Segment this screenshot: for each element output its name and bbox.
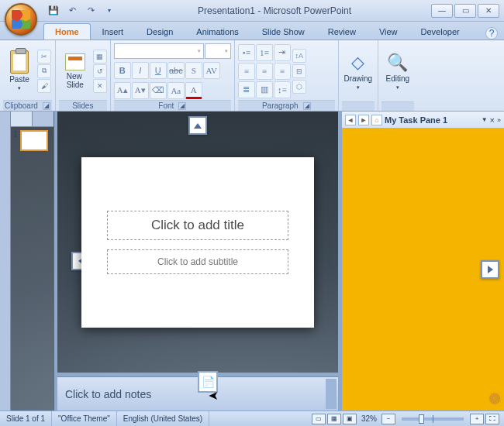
taskpane-menu-icon[interactable]: ▼ bbox=[482, 116, 488, 123]
notes-scrollbar[interactable] bbox=[326, 379, 337, 409]
tab-slideshow[interactable]: Slide Show bbox=[250, 23, 316, 40]
group-clipboard-label: Clipboard bbox=[5, 101, 38, 110]
thumb-number: 1 bbox=[13, 130, 18, 139]
tab-design[interactable]: Design bbox=[135, 23, 185, 40]
clear-format-button[interactable]: ⌫ bbox=[150, 82, 167, 99]
minimize-button[interactable]: ― bbox=[431, 4, 453, 18]
normal-view-button[interactable]: ▭ bbox=[312, 414, 326, 424]
char-spacing-button[interactable]: AV bbox=[203, 62, 220, 79]
status-theme[interactable]: "Office Theme" bbox=[52, 411, 117, 426]
drawing-button[interactable]: ◇ Drawing ▾ bbox=[342, 46, 375, 98]
layout-icon[interactable]: ▦ bbox=[93, 50, 107, 64]
slideshow-view-button[interactable]: ▣ bbox=[343, 414, 357, 424]
grow-font-button[interactable]: A▴ bbox=[114, 82, 131, 99]
taskpane-back-button[interactable]: ◄ bbox=[345, 115, 356, 125]
subtitle-placeholder[interactable]: Click to add subtitle bbox=[107, 249, 288, 274]
editing-button[interactable]: 🔍 Editing ▾ bbox=[381, 46, 414, 98]
strikethrough-button[interactable]: abc bbox=[167, 62, 185, 79]
zoom-out-button[interactable]: − bbox=[381, 414, 395, 424]
italic-button[interactable]: I bbox=[132, 62, 149, 79]
drag-preview-icon: 📄 bbox=[198, 371, 218, 393]
task-pane: ◄ ► ⌂ My Task Pane 1 ▼ × » ⚙ bbox=[341, 112, 504, 411]
status-slide-number[interactable]: Slide 1 of 1 bbox=[0, 411, 52, 426]
columns-button[interactable]: ▥ bbox=[256, 81, 273, 98]
font-size-combo[interactable]: ▾ bbox=[205, 43, 231, 59]
justify-button[interactable]: ≣ bbox=[238, 81, 255, 98]
slide-editor: Click to add title Click to add subtitle… bbox=[57, 112, 338, 411]
align-text-button[interactable]: ⊟ bbox=[292, 64, 306, 78]
align-center-button[interactable]: ≡ bbox=[256, 63, 273, 80]
tab-review[interactable]: Review bbox=[316, 23, 368, 40]
tab-insert[interactable]: Insert bbox=[91, 23, 136, 40]
title-placeholder[interactable]: Click to add title bbox=[107, 211, 288, 240]
notes-placeholder: Click to add notes bbox=[65, 388, 151, 400]
fit-to-window-button[interactable]: ⛶ bbox=[485, 414, 499, 424]
tab-outline[interactable] bbox=[33, 112, 54, 126]
text-direction-button[interactable]: ↕A bbox=[292, 49, 306, 63]
taskpane-expand-icon[interactable]: » bbox=[497, 116, 501, 124]
change-case-button[interactable]: Aa bbox=[167, 82, 185, 99]
cut-icon[interactable]: ✂ bbox=[37, 50, 51, 64]
underline-button[interactable]: U bbox=[150, 62, 167, 79]
paste-button[interactable]: Paste ▾ bbox=[3, 45, 36, 98]
tab-view[interactable]: View bbox=[368, 23, 409, 40]
status-language[interactable]: English (United States) bbox=[117, 411, 209, 426]
redo-icon[interactable]: ↷ bbox=[82, 2, 99, 19]
help-icon[interactable]: ? bbox=[485, 27, 498, 40]
close-button[interactable]: ✕ bbox=[478, 4, 499, 18]
gear-icon[interactable]: ⚙ bbox=[488, 390, 501, 407]
clipboard-dialog-launcher[interactable]: ◢ bbox=[43, 102, 50, 110]
slide-canvas[interactable]: Click to add title Click to add subtitle bbox=[81, 157, 314, 328]
tab-animations[interactable]: Animations bbox=[185, 23, 250, 40]
new-slide-label: New Slide bbox=[67, 72, 84, 89]
outline-collapsed-bar[interactable] bbox=[0, 112, 11, 411]
copy-icon[interactable]: ⧉ bbox=[37, 64, 51, 78]
tab-home[interactable]: Home bbox=[43, 23, 91, 40]
shadow-button[interactable]: S bbox=[185, 62, 202, 79]
save-icon[interactable]: 💾 bbox=[45, 2, 62, 19]
task-pane-header: ◄ ► ⌂ My Task Pane 1 ▼ × » bbox=[342, 112, 504, 129]
task-pane-title: My Task Pane 1 bbox=[385, 115, 479, 125]
font-family-combo[interactable]: ▾ bbox=[114, 43, 204, 59]
numbering-button[interactable]: 1≡ bbox=[256, 44, 273, 61]
list-level-button[interactable]: ⇥ bbox=[274, 44, 291, 61]
sorter-view-button[interactable]: ▦ bbox=[327, 414, 341, 424]
reset-icon[interactable]: ↺ bbox=[93, 64, 107, 78]
taskpane-close-icon[interactable]: × bbox=[490, 115, 495, 125]
taskpane-home-icon[interactable]: ⌂ bbox=[371, 115, 382, 125]
group-paragraph-label: Paragraph bbox=[262, 101, 299, 110]
qat-customize-icon[interactable]: ▾ bbox=[101, 2, 118, 19]
zoom-slider[interactable] bbox=[402, 417, 464, 421]
tab-developer[interactable]: Developer bbox=[409, 23, 471, 40]
new-slide-button[interactable]: New Slide bbox=[59, 45, 91, 98]
shapes-icon: ◇ bbox=[351, 53, 364, 73]
smartart-button[interactable]: ⬡ bbox=[292, 80, 306, 94]
tab-slides-thumb[interactable] bbox=[11, 112, 33, 126]
shrink-font-button[interactable]: A▾ bbox=[132, 82, 149, 99]
paragraph-dialog-launcher[interactable]: ◢ bbox=[303, 102, 311, 110]
bullets-button[interactable]: •≡ bbox=[238, 44, 255, 61]
font-color-button[interactable]: A bbox=[185, 82, 202, 99]
zoom-percent[interactable]: 32% bbox=[361, 414, 377, 423]
maximize-button[interactable]: ▭ bbox=[454, 4, 476, 18]
zoom-in-button[interactable]: + bbox=[470, 414, 484, 424]
office-logo-icon bbox=[12, 10, 30, 29]
format-painter-icon[interactable]: 🖌 bbox=[37, 79, 51, 93]
font-dialog-launcher[interactable]: ◢ bbox=[178, 102, 186, 110]
thumbnail-1[interactable]: 1 bbox=[13, 130, 52, 151]
bold-button[interactable]: B bbox=[114, 62, 131, 79]
notes-pane[interactable]: Click to add notes 📄 ➤ bbox=[57, 376, 338, 411]
align-right-button[interactable]: ≡ bbox=[274, 63, 291, 80]
line-spacing-button[interactable]: ↕≡ bbox=[274, 81, 291, 98]
align-left-button[interactable]: ≡ bbox=[238, 63, 255, 80]
task-pane-body[interactable]: ⚙ bbox=[342, 129, 504, 411]
office-button[interactable] bbox=[5, 3, 37, 36]
clipboard-icon bbox=[10, 50, 29, 74]
taskpane-forward-button[interactable]: ► bbox=[358, 115, 369, 125]
dock-indicator-right[interactable] bbox=[481, 260, 499, 279]
slide-thumbnails: 1 bbox=[11, 127, 54, 154]
delete-slide-icon[interactable]: ✕ bbox=[93, 79, 107, 93]
ribbon-tabs: Home Insert Design Animations Slide Show… bbox=[0, 22, 504, 40]
undo-icon[interactable]: ↶ bbox=[64, 2, 81, 19]
group-slides: New Slide ▦ ↺ ✕ Slides bbox=[56, 40, 111, 111]
